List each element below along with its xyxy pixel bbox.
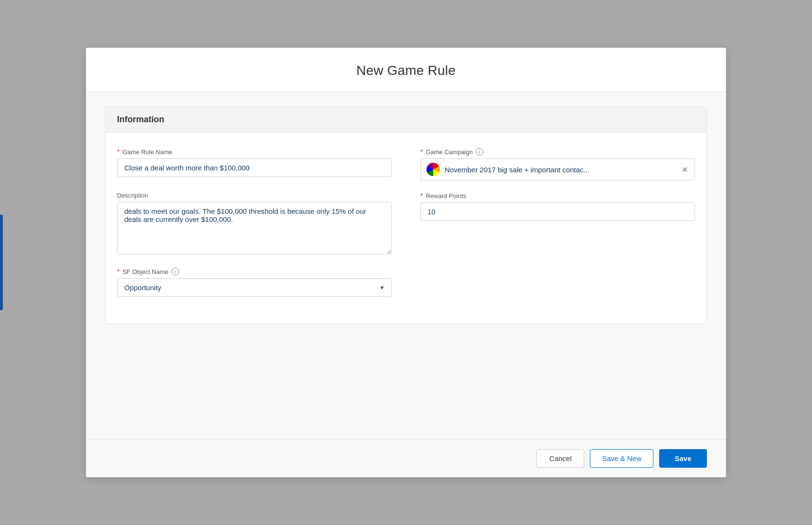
section-title: Information — [117, 115, 695, 125]
section-body: * Game Rule Name * Game Campaign i — [106, 133, 706, 324]
save-new-button[interactable]: Save & New — [590, 449, 653, 468]
form-grid: * Game Rule Name * Game Campaign i — [117, 148, 695, 308]
game-campaign-group: * Game Campaign i November 2017 big sale… — [420, 148, 695, 180]
required-star-name: * — [117, 148, 119, 156]
sf-object-info-icon[interactable]: i — [171, 268, 179, 275]
modal-body: Information * Game Rule Name — [86, 92, 726, 439]
campaign-clear-button[interactable]: ✕ — [681, 165, 689, 174]
left-accent — [0, 215, 3, 310]
modal-title: New Game Rule — [105, 63, 707, 78]
campaign-text: November 2017 big sale + important conta… — [445, 166, 676, 174]
required-star-campaign: * — [420, 148, 423, 156]
information-section: Information * Game Rule Name — [105, 106, 707, 324]
required-star-sf: * — [117, 268, 119, 275]
campaign-icon — [427, 163, 440, 176]
modal-backdrop: New Game Rule Information * Game Rule Na… — [0, 0, 812, 525]
section-header: Information — [106, 107, 706, 133]
description-group: Description deals to meet our goals. The… — [117, 192, 392, 256]
reward-points-label: * Reward Points — [420, 192, 695, 200]
reward-points-group: * Reward Points — [420, 192, 695, 256]
modal-header: New Game Rule — [86, 48, 726, 92]
sf-object-select[interactable]: Opportunity Lead Account Contact — [117, 278, 392, 297]
sf-object-name-label: * SF Object Name i — [117, 268, 392, 275]
game-campaign-label: * Game Campaign i — [420, 148, 695, 156]
modal: New Game Rule Information * Game Rule Na… — [86, 48, 726, 477]
game-rule-name-label: * Game Rule Name — [117, 148, 392, 156]
game-rule-name-group: * Game Rule Name — [117, 148, 392, 180]
cancel-button[interactable]: Cancel — [536, 449, 584, 468]
modal-footer: Cancel Save & New Save — [86, 439, 726, 477]
save-button[interactable]: Save — [659, 449, 707, 468]
description-label: Description — [117, 192, 392, 199]
sf-object-select-wrapper: Opportunity Lead Account Contact ▼ — [117, 278, 392, 297]
reward-points-input[interactable] — [420, 202, 695, 221]
campaign-info-icon[interactable]: i — [476, 148, 483, 156]
required-star-points: * — [420, 192, 423, 200]
description-input[interactable]: deals to meet our goals. The $100,000 th… — [117, 202, 392, 254]
sf-object-name-group: * SF Object Name i Opportunity Lead Acco… — [117, 268, 392, 297]
campaign-field: November 2017 big sale + important conta… — [420, 158, 695, 180]
game-rule-name-input[interactable] — [117, 158, 392, 177]
